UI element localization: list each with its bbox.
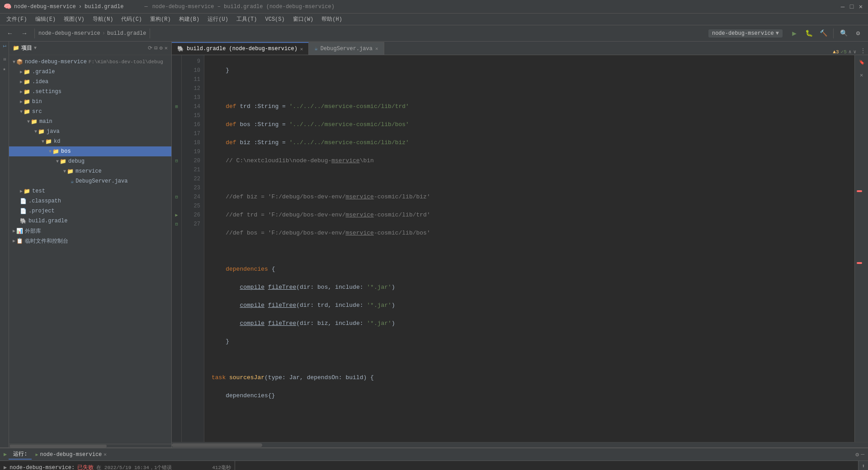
title-file: build.gradle [85, 4, 123, 10]
tab-gradle-close[interactable]: ✕ [300, 46, 303, 52]
tree-item-project[interactable]: 📄 .project [9, 206, 171, 216]
main-layout: 1 ≡ ★ 📁 项目 ▼ ⟳ ⊟ ⚙ ✕ ▼ 📦 node-debug-mser… [0, 42, 868, 447]
tree-item-external-libs[interactable]: ▶ 📊 外部库 [9, 226, 171, 236]
bottom-tab-run[interactable]: 运行: [9, 449, 32, 460]
app-icon: 🧠 [4, 3, 11, 10]
close-sidebar-icon[interactable]: ✕ [856, 70, 867, 80]
tree-item-idea[interactable]: ▶ 📁 .idea [9, 77, 171, 87]
tree-item-src[interactable]: ▼ 📁 src [9, 107, 171, 117]
scroll-top-icon[interactable]: ⬆ [862, 463, 865, 470]
editor-settings[interactable]: ⋮ [860, 47, 866, 55]
structure-icon[interactable]: ≡ [2, 58, 7, 61]
tab-gradle-label: build.gradle (node-debug-mservice) [187, 46, 297, 52]
tree-item-gradle[interactable]: ▶ 📁 .gradle [9, 67, 171, 77]
close-panel-icon2[interactable]: — [861, 451, 864, 458]
editor-tabs: 🐘 build.gradle (node-debug-mservice) ✕ ☕… [172, 42, 868, 55]
settings-button[interactable]: ⚙ [852, 27, 864, 40]
bottom-panel-body: ▶ node-debug-mservice: 已失败 在 2022/5/19 1… [0, 461, 868, 470]
tab-java-close[interactable]: ✕ [375, 46, 378, 52]
menu-tools[interactable]: 工具(T) [233, 14, 261, 24]
left-activity-bar: 1 ≡ ★ [0, 42, 9, 447]
project-icon[interactable]: 1 [2, 45, 7, 47]
forward-button[interactable]: → [18, 27, 31, 40]
toolbar-separator3 [833, 28, 834, 38]
run-config-label: node-debug-mservice [712, 30, 774, 37]
expand-icon[interactable]: ∧ [849, 49, 852, 55]
tab-java-icon: ☕ [314, 45, 317, 52]
tree-item-bin[interactable]: ▶ 📁 bin [9, 97, 171, 107]
tab-java-label: DebugServer.java [321, 46, 373, 52]
editor-content[interactable]: ⊞ ⊟ ⊟ ▶ ⊟ 9 10 11 12 13 [172, 55, 868, 442]
minimize-button[interactable]: — [839, 3, 846, 10]
close-panel-icon[interactable]: ✕ [165, 45, 168, 52]
menu-navigate[interactable]: 导航(N) [89, 14, 117, 24]
settings-icon[interactable]: ⚙ [160, 45, 163, 52]
tree-item-test[interactable]: ▶ 📁 test [9, 186, 171, 196]
run-time: 在 2022/5/19 16:34，1个错误 [96, 464, 172, 470]
title-separator: › [79, 4, 82, 10]
tree-item-debugserver[interactable]: ☕ DebugServer.java [9, 176, 171, 186]
file-tree-content: ▼ 📦 node-debug-mservice F:\Kim\bos-dev-t… [9, 55, 171, 444]
scrollbar-thumb[interactable] [172, 443, 262, 447]
run-item[interactable]: ▶ node-debug-mservice: 已失败 在 2022/5/19 1… [0, 461, 235, 470]
tree-item-buildgradle[interactable]: 🐘 build.gradle [9, 216, 171, 226]
bottom-panel: ▶ 运行: ▶ node-debug-mservice ✕ ⚙ — ▶ node… [0, 447, 868, 470]
menu-code[interactable]: 代码(C) [118, 14, 146, 24]
tree-item-temp[interactable]: ▶ 📋 临时文件和控制台 [9, 236, 171, 246]
maximize-button[interactable]: □ [848, 3, 855, 10]
menu-window[interactable]: 窗口(W) [289, 14, 317, 24]
bottom-left-panel: ▶ node-debug-mservice: 已失败 在 2022/5/19 1… [0, 461, 235, 470]
menu-view[interactable]: 视图(V) [60, 14, 88, 24]
bottom-right-panel: Build file 'F:\Kim\bos-dev-tool\debug-se… [235, 461, 858, 470]
tree-item-debug[interactable]: ▼ 📁 debug [9, 156, 171, 166]
search-button[interactable]: 🔍 [837, 27, 850, 40]
tree-item-root[interactable]: ▼ 📦 node-debug-mservice F:\Kim\bos-dev-t… [9, 57, 171, 67]
bottom-panel-header: ▶ 运行: ▶ node-debug-mservice ✕ ⚙ — [0, 448, 868, 461]
bottom-tab-close[interactable]: ✕ [104, 451, 107, 457]
tree-item-main[interactable]: ▼ 📁 main [9, 117, 171, 127]
menu-vcs[interactable]: VCS(S) [261, 15, 288, 24]
run-config-dropdown[interactable]: ▼ [776, 30, 779, 37]
tree-item-classpath[interactable]: 📄 .classpath [9, 196, 171, 206]
tab-build-gradle[interactable]: 🐘 build.gradle (node-debug-mservice) ✕ [172, 42, 309, 55]
menu-file[interactable]: 文件(F) [3, 14, 31, 24]
toolbar: ← → node-debug-mservice › build.gradle n… [0, 25, 868, 42]
editor-area: 🐘 build.gradle (node-debug-mservice) ✕ ☕… [172, 42, 868, 447]
back-button[interactable]: ← [4, 27, 16, 40]
code-editor[interactable]: } def trd :String = '../../../mservice-c… [204, 55, 854, 442]
sync-icon[interactable]: ⟳ [148, 45, 152, 52]
tree-item-mservice[interactable]: ▼ 📁 mservice [9, 166, 171, 176]
collapse2-icon[interactable]: ∨ [853, 49, 856, 55]
menu-edit[interactable]: 编辑(E) [32, 14, 60, 24]
run-status-icon: ▶ [4, 464, 7, 470]
bookmark-icon[interactable]: 🔖 [856, 57, 867, 68]
build-button[interactable]: 🔨 [817, 27, 830, 40]
tree-item-bos[interactable]: ▼ 📁 bos [9, 146, 171, 156]
file-tree-header: 📁 项目 ▼ ⟳ ⊟ ⚙ ✕ [9, 42, 171, 55]
favorites-icon[interactable]: ★ [1, 66, 7, 72]
debug-button[interactable]: 🐛 [802, 27, 815, 40]
menu-refactor[interactable]: 重构(R) [146, 14, 175, 24]
bottom-run-label[interactable]: node-debug-mservice [40, 451, 102, 458]
toolbar-separator2 [150, 28, 150, 38]
settings-icon2[interactable]: ⚙ [855, 451, 859, 458]
title-full: node-debug-mservice – build.gradle (node… [152, 4, 335, 10]
menu-help[interactable]: 帮助(H) [318, 14, 346, 24]
window-controls: — □ ✕ [839, 3, 864, 10]
tree-item-kd[interactable]: ▼ 📁 kd [9, 136, 171, 146]
bottom-right-toolbar: ⬆ ⇌ 🗑 [858, 461, 868, 470]
tree-item-java[interactable]: ▼ 📁 java [9, 127, 171, 136]
collapse-icon[interactable]: ⊟ [154, 45, 157, 52]
menu-run[interactable]: 运行(U) [204, 14, 232, 24]
warning-count[interactable]: ▲3 [833, 49, 839, 55]
run-button[interactable]: ▶ [788, 27, 801, 40]
tree-item-settings[interactable]: ▶ 📁 .settings [9, 87, 171, 97]
menu-build[interactable]: 构建(B) [175, 14, 203, 24]
close-button[interactable]: ✕ [857, 3, 864, 10]
breadcrumb-project[interactable]: node-debug-mservice [38, 30, 100, 37]
title-project: node-debug-mservice [14, 4, 76, 10]
tab-debug-server[interactable]: ☕ DebugServer.java ✕ [309, 42, 384, 55]
editor-horizontal-scrollbar[interactable] [172, 442, 868, 447]
breadcrumb-file[interactable]: build.gradle [107, 30, 146, 37]
dropdown-icon[interactable]: ▼ [34, 46, 37, 51]
